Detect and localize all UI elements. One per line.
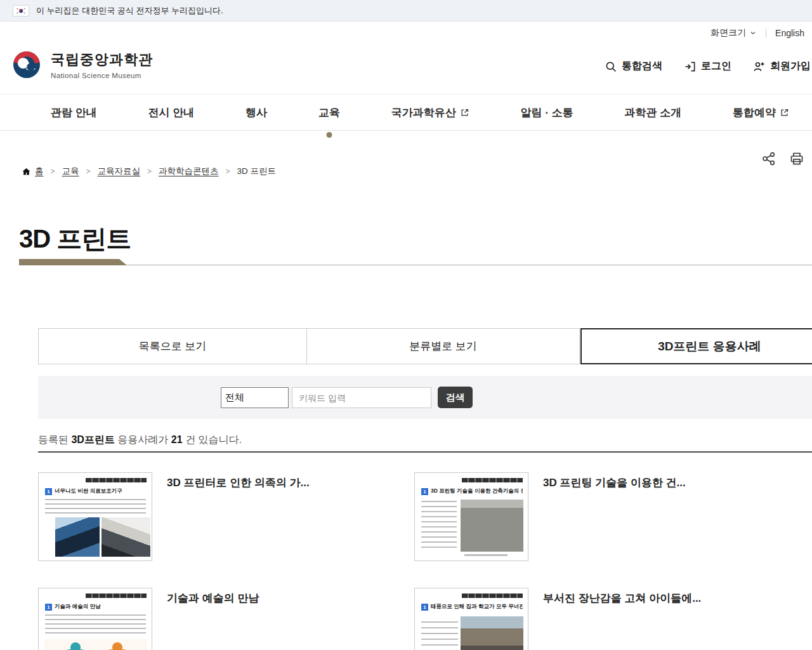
thumb-heading: 기술과 예술의 만남 [55, 603, 101, 611]
robotic-arm-photo [102, 517, 150, 557]
thumb-text-lines [45, 614, 146, 636]
thumb-text-lines [421, 621, 458, 650]
login-label: 로그인 [701, 60, 731, 73]
card-thumbnail[interactable]: 1 태풍으로 인해 집과 학교가 모두 무너진 아이들 [414, 588, 528, 650]
thumb-number-badge: 1 [45, 604, 52, 611]
nav-item-notice[interactable]: 알림 · 소통 [521, 95, 573, 130]
home-icon [22, 167, 31, 176]
header-actions: 통합검색 로그인 회원가입 [605, 60, 811, 73]
thumb-heading-row: 1 태풍으로 인해 집과 학교가 모두 무너진 아이들 [421, 603, 523, 611]
thumb-header-strip [86, 594, 147, 598]
breadcrumb: 홈 > 교육 > 교육자료실 > 과학학습콘텐츠 > 3D 프린트 [22, 166, 276, 177]
thumb-heading-row: 1 3D 프린팅 기술을 이용한 건축기술의 장단점 [421, 488, 523, 495]
nav-label: 관람 안내 [51, 105, 97, 120]
result-count-line: 등록된 3D프린트 응용사례가 21 건 있습니다. [38, 434, 242, 447]
utility-bar: 화면크기 English [710, 23, 804, 43]
nav-item-about[interactable]: 과학관 소개 [624, 95, 681, 130]
print-icon[interactable] [789, 151, 804, 166]
result-highlight: 3D프린트 [71, 434, 114, 445]
nav-label: 국가과학유산 [391, 105, 456, 120]
card-broken-toys: 1 태풍으로 인해 집과 학교가 모두 무너진 아이들 부서진 장난감을 고쳐 … [408, 588, 812, 650]
view-tabs: 목록으로 보기 분류별로 보기 3D프린트 응용사례 [38, 328, 812, 364]
nav-item-exhibition[interactable]: 전시 안내 [148, 95, 195, 130]
signup-label: 회원가입 [770, 60, 811, 73]
title-accent-bar [19, 259, 127, 265]
global-search-button[interactable]: 통합검색 [605, 60, 662, 73]
gov-emblem-icon [11, 50, 42, 80]
thumb-number-badge: 1 [45, 488, 52, 495]
tab-application-cases[interactable]: 3D프린트 응용사례 [580, 328, 812, 364]
card-tech-art: 1 기술과 예술의 만남 기술과 예술의 만남 [38, 588, 408, 650]
thumb-number-badge: 1 [421, 488, 428, 495]
utility-divider [766, 29, 766, 37]
result-text: 등록된 [38, 434, 71, 445]
nav-item-events[interactable]: 행사 [246, 95, 267, 130]
page-actions [761, 151, 804, 166]
global-search-label: 통합검색 [622, 60, 662, 73]
logo-subtitle: National Science Museum [51, 72, 153, 79]
card-title-link[interactable]: 부서진 장난감을 고쳐 아이들에... [543, 591, 701, 606]
nav-label: 교육 [318, 105, 340, 120]
gov-banner: 이 누리집은 대한민국 공식 전자정부 누리집입니다. [0, 0, 812, 22]
card-thumbnail[interactable]: 1 기술과 예술의 만남 [38, 588, 152, 650]
search-strip: 전체 검색 [38, 376, 812, 419]
breadcrumb-home[interactable]: 홈 [22, 166, 44, 177]
breadcrumb-science-content[interactable]: 과학학습콘텐츠 [159, 166, 219, 177]
search-submit-button[interactable]: 검색 [438, 387, 473, 408]
language-link[interactable]: English [775, 28, 804, 38]
breadcrumb-edu-materials[interactable]: 교육자료실 [98, 166, 141, 177]
nav-label: 통합예약 [733, 105, 776, 120]
nav-item-education[interactable]: 교육 [318, 95, 340, 130]
thumb-photos [55, 517, 150, 557]
nav-label: 과학관 소개 [624, 105, 681, 120]
breadcrumb-education[interactable]: 교육 [62, 166, 79, 177]
screen-size-dropdown[interactable]: 화면크기 [710, 27, 757, 39]
thumb-heading: 너무나도 비싼 의료보조기구 [55, 488, 122, 495]
card-prosthetics: 1 너무나도 비싼 의료보조기구 3D 프린터로 인한 의족의 가... [38, 472, 408, 588]
login-button[interactable]: 로그인 [684, 60, 731, 73]
thumb-heading-row: 1 기술과 예술의 만남 [45, 603, 147, 611]
thumb-header-strip [462, 478, 523, 482]
thumb-text-lines [45, 499, 146, 515]
breadcrumb-label: 홈 [35, 166, 44, 177]
title-rule [19, 265, 812, 265]
signup-icon [753, 60, 766, 73]
breadcrumb-current: 3D 프린트 [237, 166, 277, 177]
site-logo[interactable]: 국립중앙과학관 National Science Museum [11, 50, 153, 80]
thumb-header-strip [462, 594, 523, 598]
nav-item-science-heritage[interactable]: 국가과학유산 [391, 95, 469, 130]
card-thumbnail[interactable]: 1 3D 프린팅 기술을 이용한 건축기술의 장단점 [414, 472, 528, 561]
nav-label: 전시 안내 [148, 105, 195, 120]
page-title: 3D 프린트 [19, 222, 131, 256]
active-nav-dot [326, 132, 332, 138]
result-divider [38, 451, 812, 453]
site-header: 국립중앙과학관 National Science Museum 통합검색 로그인… [0, 44, 812, 94]
nav-item-reservation[interactable]: 통합예약 [733, 95, 789, 130]
nav-item-visit[interactable]: 관람 안내 [51, 95, 97, 130]
result-count: 21 [171, 434, 183, 445]
printed-building-photo [461, 500, 523, 552]
external-link-icon [780, 108, 789, 117]
nav-label: 행사 [246, 105, 267, 120]
thumb-heading-row: 1 너무나도 비싼 의료보조기구 [45, 488, 147, 495]
signup-button[interactable]: 회원가입 [753, 60, 811, 73]
search-category-select[interactable]: 전체 [221, 387, 289, 408]
keyword-input[interactable] [292, 387, 431, 408]
card-title-link[interactable]: 3D 프린팅 기술을 이용한 건... [543, 475, 686, 490]
thumb-number-badge: 1 [421, 604, 428, 611]
card-title-link[interactable]: 3D 프린터로 인한 의족의 가... [167, 475, 310, 490]
login-icon [684, 60, 697, 73]
tab-category-view[interactable]: 분류별로 보기 [306, 328, 580, 364]
tab-list-view[interactable]: 목록으로 보기 [38, 328, 307, 364]
robot-illustration [44, 639, 147, 650]
breadcrumb-separator: > [147, 167, 152, 176]
thumb-caption-line [464, 554, 508, 556]
share-icon[interactable] [761, 151, 776, 166]
result-text: 응용사례가 [115, 434, 171, 445]
gov-banner-text: 이 누리집은 대한민국 공식 전자정부 누리집입니다. [36, 5, 223, 17]
prosthetic-leg-photo [55, 517, 100, 557]
logo-text: 국립중앙과학관 National Science Museum [51, 50, 153, 79]
card-grid: 1 너무나도 비싼 의료보조기구 3D 프린터로 인한 의족의 가... 1 3… [38, 472, 812, 650]
card-title-link[interactable]: 기술과 예술의 만남 [167, 591, 259, 606]
card-thumbnail[interactable]: 1 너무나도 비싼 의료보조기구 [38, 472, 152, 561]
